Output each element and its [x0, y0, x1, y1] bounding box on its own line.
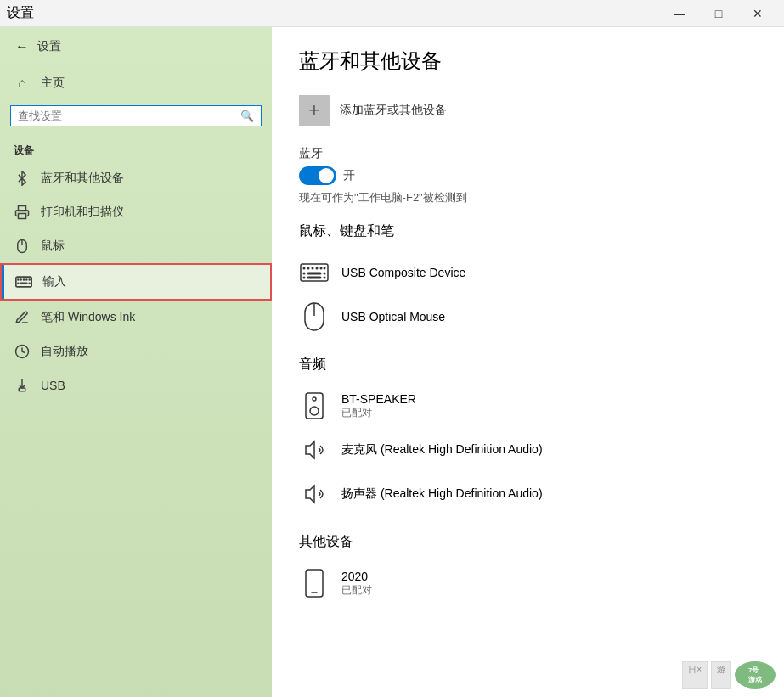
sidebar: ← 设置 ⌂ 主页 🔍 设备 蓝牙和其他设备: [0, 27, 272, 697]
device-item-microphone[interactable]: 麦克风 (Realtek High Definition Audio): [299, 428, 757, 472]
device-item-usb-composite[interactable]: USB Composite Device: [299, 250, 757, 295]
page-title: 蓝牙和其他设备: [299, 48, 757, 75]
search-icon: 🔍: [240, 110, 254, 122]
microphone-name: 麦克风 (Realtek High Definition Audio): [341, 442, 543, 458]
search-box[interactable]: 🔍: [10, 105, 262, 126]
device-2020-name: 2020: [341, 570, 372, 583]
microphone-info: 麦克风 (Realtek High Definition Audio): [341, 442, 543, 458]
sidebar-app-title: 设置: [37, 39, 61, 54]
microphone-icon: [299, 435, 330, 465]
bluetooth-section: 蓝牙 开 现在可作为"工作电脑-F2"被检测到: [299, 146, 757, 205]
sidebar-item-input-label: 输入: [42, 274, 66, 289]
keyboard-device-icon: [299, 257, 330, 288]
svg-rect-4: [16, 277, 31, 287]
usb-composite-name: USB Composite Device: [341, 266, 465, 279]
device-item-usb-mouse[interactable]: USB Optical Mouse: [299, 295, 757, 339]
back-button[interactable]: ←: [14, 37, 31, 56]
title-bar-controls: — □ ✕: [660, 0, 777, 27]
sidebar-item-input[interactable]: 输入: [0, 263, 272, 301]
close-button[interactable]: ✕: [738, 0, 777, 27]
sidebar-item-mouse-label: 鼠标: [41, 239, 65, 254]
bluetooth-icon: [14, 170, 31, 187]
usb-mouse-name: USB Optical Mouse: [341, 310, 445, 323]
sidebar-item-printer-label: 打印机和扫描仪: [41, 205, 124, 220]
svg-point-32: [313, 397, 316, 401]
autoplay-icon: [14, 343, 31, 360]
bluetooth-section-label: 蓝牙: [299, 146, 757, 161]
pen-icon: [14, 309, 31, 326]
sidebar-item-bluetooth-label: 蓝牙和其他设备: [41, 171, 124, 186]
minimize-button[interactable]: —: [660, 0, 699, 27]
usb-mouse-info: USB Optical Mouse: [341, 310, 445, 323]
bluetooth-toggle-row: 开: [299, 166, 757, 185]
svg-rect-14: [19, 388, 25, 391]
bt-speaker-name: BT-SPEAKER: [341, 392, 416, 406]
content-area: 蓝牙和其他设备 + 添加蓝牙或其他设备 蓝牙 开 现在可作为"工作电脑-F2"被…: [272, 27, 784, 697]
mouse-keyboard-pen-section: 鼠标、键盘和笔: [299, 222, 757, 339]
title-bar: 设置 — □ ✕: [0, 0, 784, 27]
mouse-keyboard-pen-title: 鼠标、键盘和笔: [299, 222, 757, 240]
device-2020-info: 2020 已配对: [341, 570, 372, 598]
mouse-device-icon: [299, 301, 330, 332]
back-arrow-icon: ←: [15, 39, 29, 53]
audio-section: 音频 BT-SPEAKER 已配对: [299, 356, 757, 516]
other-section-title: 其他设备: [299, 533, 757, 551]
plus-icon: +: [309, 99, 320, 121]
svg-marker-33: [306, 441, 314, 458]
sidebar-item-pen-label: 笔和 Windows Ink: [41, 310, 135, 325]
home-icon: ⌂: [14, 75, 31, 92]
sidebar-item-bluetooth[interactable]: 蓝牙和其他设备: [0, 161, 272, 195]
device-item-bt-speaker[interactable]: BT-SPEAKER 已配对: [299, 384, 757, 428]
title-bar-left: 设置: [7, 4, 34, 22]
maximize-button[interactable]: □: [699, 0, 738, 27]
sidebar-item-usb[interactable]: USB: [0, 368, 272, 402]
speaker-name: 扬声器 (Realtek High Definition Audio): [341, 486, 543, 502]
add-icon: +: [299, 95, 330, 126]
usb-composite-info: USB Composite Device: [341, 266, 465, 279]
sidebar-item-mouse[interactable]: 鼠标: [0, 229, 272, 263]
speaker-icon: [299, 479, 330, 509]
svg-marker-34: [306, 486, 314, 503]
title-bar-title: 设置: [7, 4, 34, 22]
printer-icon: [14, 204, 31, 221]
bt-speaker-status: 已配对: [341, 406, 416, 420]
search-input[interactable]: [18, 110, 240, 122]
keyboard-icon: [15, 273, 32, 290]
add-device-label: 添加蓝牙或其他设备: [340, 103, 447, 118]
svg-rect-1: [19, 214, 26, 219]
bluetooth-detected-text: 现在可作为"工作电脑-F2"被检测到: [299, 190, 757, 205]
bt-speaker-icon: [299, 391, 330, 421]
add-device-button[interactable]: + 添加蓝牙或其他设备: [299, 95, 757, 126]
bluetooth-toggle[interactable]: [299, 166, 336, 185]
other-devices-section: 其他设备 2020 已配对: [299, 533, 757, 605]
sidebar-item-home[interactable]: ⌂ 主页: [0, 66, 272, 100]
sidebar-section-label: 设备: [0, 137, 272, 161]
sidebar-item-autoplay-label: 自动播放: [41, 344, 88, 359]
speaker-info: 扬声器 (Realtek High Definition Audio): [341, 486, 543, 502]
sidebar-item-autoplay[interactable]: 自动播放: [0, 334, 272, 368]
home-label: 主页: [41, 76, 65, 91]
mouse-icon: [14, 238, 31, 255]
sidebar-item-printer[interactable]: 打印机和扫描仪: [0, 195, 272, 229]
sidebar-header: ← 设置: [0, 27, 272, 66]
sidebar-item-pen[interactable]: 笔和 Windows Ink: [0, 301, 272, 334]
main-container: ← 设置 ⌂ 主页 🔍 设备 蓝牙和其他设备: [0, 27, 784, 697]
device-item-2020[interactable]: 2020 已配对: [299, 561, 757, 605]
device-item-speaker[interactable]: 扬声器 (Realtek High Definition Audio): [299, 472, 757, 516]
phone-icon: [299, 568, 330, 599]
bt-speaker-info: BT-SPEAKER 已配对: [341, 392, 416, 420]
bluetooth-toggle-state: 开: [343, 168, 355, 183]
sidebar-item-usb-label: USB: [41, 379, 65, 392]
audio-section-title: 音频: [299, 356, 757, 374]
device-2020-status: 已配对: [341, 583, 372, 598]
usb-icon: [14, 377, 31, 394]
svg-point-31: [310, 407, 319, 415]
toggle-knob: [319, 168, 334, 183]
